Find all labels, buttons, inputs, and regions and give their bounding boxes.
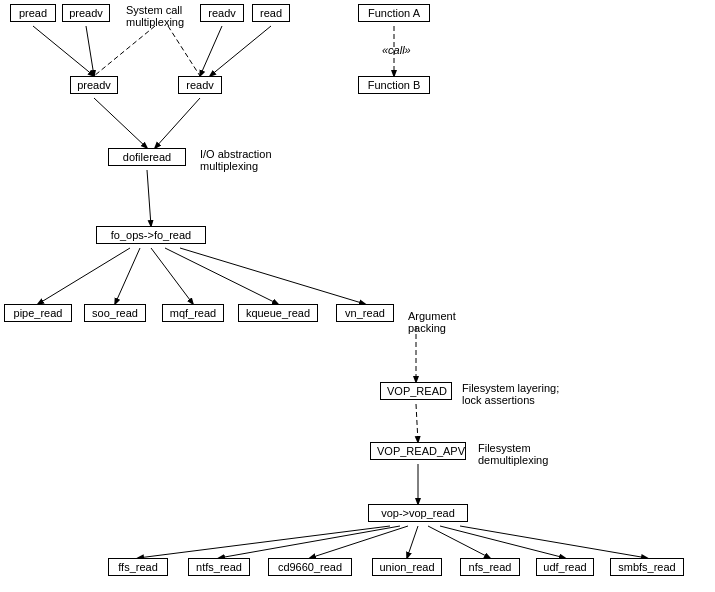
functionA-node: Function A <box>358 4 430 22</box>
ffs-read-node: ffs_read <box>108 558 168 576</box>
svg-line-10 <box>165 248 278 304</box>
svg-line-4 <box>94 98 147 148</box>
svg-line-21 <box>460 526 647 558</box>
svg-line-17 <box>310 526 408 558</box>
fs-demux-label: Filesystemdemultiplexing <box>478 442 548 466</box>
svg-line-6 <box>147 170 151 226</box>
vop-read-node: VOP_READ <box>380 382 452 400</box>
call-label: «call» <box>382 44 411 56</box>
svg-line-16 <box>219 526 400 558</box>
svg-line-15 <box>138 526 390 558</box>
cd9660-read-node: cd9660_read <box>268 558 352 576</box>
svg-line-13 <box>416 404 418 442</box>
svg-line-5 <box>155 98 200 148</box>
smbfs-read-node: smbfs_read <box>610 558 684 576</box>
vn-read-node: vn_read <box>336 304 394 322</box>
readv-top-node: readv <box>200 4 244 22</box>
svg-line-18 <box>407 526 418 558</box>
ntfs-read-node: ntfs_read <box>188 558 250 576</box>
pipe-read-node: pipe_read <box>4 304 72 322</box>
udf-read-node: udf_read <box>536 558 594 576</box>
vop-read-apv-node: VOP_READ_APV <box>370 442 466 460</box>
io-abstraction-label: I/O abstractionmultiplexing <box>200 148 272 172</box>
svg-line-7 <box>38 248 130 304</box>
svg-line-24 <box>168 26 200 76</box>
fs-layering-label: Filesystem layering;lock assertions <box>462 382 559 406</box>
svg-line-1 <box>86 26 94 76</box>
svg-line-0 <box>33 26 94 76</box>
svg-line-8 <box>115 248 140 304</box>
vop-vop-read-node: vop->vop_read <box>368 504 468 522</box>
soo-read-node: soo_read <box>84 304 146 322</box>
preadv-mid-node: preadv <box>70 76 118 94</box>
dofileread-node: dofileread <box>108 148 186 166</box>
svg-line-9 <box>151 248 193 304</box>
preadv-top-node: preadv <box>62 4 110 22</box>
arg-packing-label: Argumentpacking <box>408 310 456 334</box>
pread-node: pread <box>10 4 56 22</box>
functionB-node: Function B <box>358 76 430 94</box>
syscall-mux-label: System callmultiplexing <box>126 4 184 28</box>
mqf-read-node: mqf_read <box>162 304 224 322</box>
union-read-node: union_read <box>372 558 442 576</box>
kqueue-read-node: kqueue_read <box>238 304 318 322</box>
fo-ops-fo-read-node: fo_ops->fo_read <box>96 226 206 244</box>
nfs-read-node: nfs_read <box>460 558 520 576</box>
readv-mid-node: readv <box>178 76 222 94</box>
svg-line-11 <box>180 248 365 304</box>
read-top-node: read <box>252 4 290 22</box>
svg-line-23 <box>94 26 155 76</box>
